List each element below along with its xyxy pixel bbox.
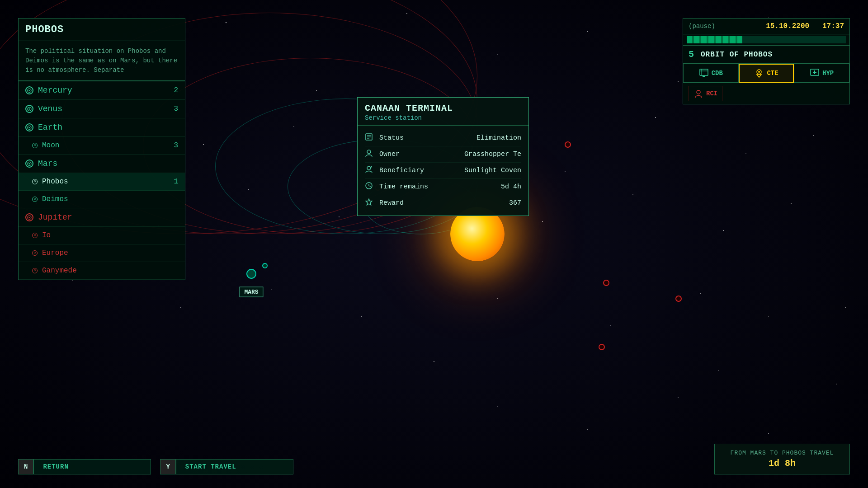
nav-item-mercury[interactable]: ⊙ Mercury 2 [19,81,185,100]
progress-bar [687,36,846,43]
svg-point-36 [845,307,846,308]
start-travel-button[interactable]: Y START TRAVEL [160,459,293,474]
planet-icon-ganymede: ◦ [32,268,38,273]
location-row: 5 ORBIT OF PHOBOS [683,46,849,64]
return-button[interactable]: N RETURN [18,459,151,474]
canaan-row-status: Status Elimination [365,130,521,146]
planet-outer1-dot[interactable] [565,141,571,148]
clock-icon [365,182,375,192]
planet-phobos-dot[interactable] [262,263,268,268]
planet-icon-europe: ◦ [32,250,38,256]
planet-nav-list: ⊙ Mercury 2 ⊙ Venus 3 ⊙ Earth ◦ Moon 3 ⊙… [19,81,185,280]
cdb-button[interactable]: CDB [683,64,739,83]
nav-item-moon[interactable]: ◦ Moon 3 [19,137,185,155]
svg-point-27 [791,203,792,204]
svg-point-17 [745,153,746,154]
planet-mars-dot[interactable] [246,269,256,279]
owner-icon [365,149,375,160]
pause-label: (pause) [689,23,715,30]
planet-icon-earth: ⊙ [25,123,33,131]
canaan-row-owner: Owner Grasshopper Te [365,146,521,163]
svg-point-35 [768,316,769,316]
svg-point-42 [768,433,769,434]
canaan-header: CANAAN TERMINAL Service station [358,98,528,126]
svg-point-7 [678,81,679,82]
nav-item-jupiter[interactable]: ⊙ Jupiter [19,208,185,227]
mars-label[interactable]: MARS [239,287,263,297]
panel-title: PHOBOS [19,19,185,41]
svg-rect-44 [700,69,708,75]
svg-point-34 [700,293,701,294]
nav-item-mars[interactable]: ⊙ Mars [19,155,185,173]
planet-icon-phobos: ◦ [32,179,38,184]
svg-point-18 [813,135,814,136]
rci-row: RCI [683,83,849,104]
svg-point-38 [434,361,434,362]
svg-point-39 [497,406,497,407]
status-bar: (pause) 15.10.2200 17:37 [683,19,849,34]
svg-point-31 [361,316,362,317]
svg-marker-67 [366,199,372,205]
canaan-subtitle: Service station [365,114,521,122]
start-key: Y [160,459,175,474]
return-label: RETURN [33,459,151,474]
travel-info: FROM MARS TO PHOBOS TRAVEL 1d 8h [714,444,850,474]
canaan-row-beneficiary: Beneficiary Sunlight Coven [365,163,521,179]
hyp-button[interactable]: HYP [794,64,849,83]
cte-button[interactable]: CTE [739,64,794,83]
button-grid: CDB CTE HYP [683,64,849,83]
hyp-icon [810,68,820,78]
svg-point-41 [678,397,679,398]
svg-point-37 [718,370,719,371]
nav-item-europe[interactable]: ◦ Europe [19,244,185,262]
planet-venus-dot[interactable] [603,280,609,286]
nav-item-venus[interactable]: ⊙ Venus 3 [19,100,185,118]
rci-icon [693,89,703,99]
canaan-row-time: Time remains 5d 4h [365,179,521,195]
travel-from-label: FROM MARS TO PHOBOS TRAVEL [724,450,840,456]
svg-point-6 [587,31,588,32]
cte-icon [754,68,764,78]
star-icon [365,198,375,208]
datetime-display: 15.10.2200 17:37 [766,22,844,30]
svg-point-33 [610,325,611,326]
progress-fill [687,36,742,43]
planet-icon-mars: ⊙ [25,160,33,168]
svg-point-40 [587,429,588,430]
svg-point-16 [655,117,656,118]
start-label: START TRAVEL [176,459,293,474]
canaan-title: CANAAN TERMINAL [365,103,521,113]
nav-item-io[interactable]: ◦ Io [19,227,185,244]
svg-point-49 [758,71,760,73]
svg-point-15 [565,171,566,172]
svg-point-25 [632,194,633,195]
svg-point-61 [367,166,371,170]
svg-point-26 [723,230,724,231]
svg-point-5 [497,54,498,55]
svg-point-30 [271,289,271,289]
progress-bar-container [683,34,849,46]
location-name: ORBIT OF PHOBOS [701,51,773,59]
cdb-icon [699,68,709,78]
svg-line-66 [369,186,371,187]
beneficiary-icon [365,165,375,176]
nav-item-deimos[interactable]: ◦ Deimos [19,191,185,208]
planet-outer2-dot[interactable] [675,296,682,302]
nav-item-earth[interactable]: ⊙ Earth [19,118,185,137]
planet-outer3-dot[interactable] [599,344,605,350]
svg-rect-47 [703,76,705,77]
planet-icon-mercury: ⊙ [25,86,33,94]
nav-item-ganymede[interactable]: ◦ Ganymede [19,262,185,280]
nav-item-phobos[interactable]: ◦ Phobos 1 [19,173,185,191]
svg-point-24 [542,221,543,222]
panel-description: The political situation on Phobos and De… [19,41,185,81]
svg-point-29 [180,307,181,308]
status-icon [365,133,375,143]
rci-button[interactable]: RCI [689,86,722,101]
canaan-popup: CANAAN TERMINAL Service station Status E… [357,97,529,216]
planet-icon-deimos: ◦ [32,197,38,202]
planet-icon-moon: ◦ [32,143,38,148]
left-panel: PHOBOS The political situation on Phobos… [18,18,185,280]
top-right-panel: (pause) 15.10.2200 17:37 5 ORBIT OF PHOB… [683,18,850,104]
svg-marker-50 [757,75,761,77]
